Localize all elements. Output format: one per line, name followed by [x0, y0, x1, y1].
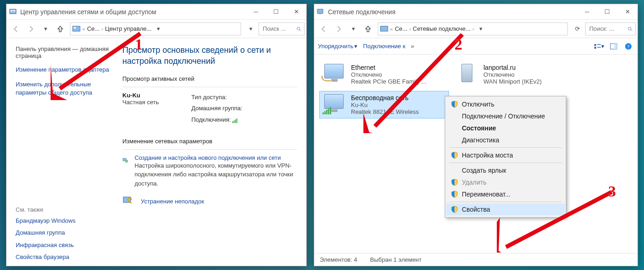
ctx-bridge[interactable]: Настройка моста — [446, 149, 565, 161]
svg-rect-18 — [597, 44, 601, 45]
network-icon — [317, 8, 324, 16]
control-panel-icon — [72, 25, 80, 33]
conn-name: Беспроводная сеть — [351, 94, 419, 101]
status-item-count: Элементов: 4 — [320, 256, 357, 263]
refresh-button[interactable]: ⟳ — [570, 22, 584, 35]
ctx-shortcut[interactable]: Создать ярлык — [446, 164, 565, 176]
ctx-status[interactable]: Состояние — [446, 122, 565, 134]
svg-rect-1 — [11, 10, 12, 11]
up-button[interactable] — [53, 22, 67, 35]
address-bar[interactable]: « Се... › Сетевые подключе... › ▾ — [378, 22, 568, 35]
search-input[interactable] — [588, 25, 625, 33]
control-panel-icon — [380, 25, 388, 33]
connection-item-ethernet[interactable]: Ethernet Отключено Realtek PCIe GBE Fami… — [320, 61, 448, 88]
ctx-disable[interactable]: Отключить — [446, 98, 565, 110]
titlebar[interactable]: Сетевые подключения ─ ☐ ✕ — [314, 4, 638, 20]
svg-rect-14 — [319, 13, 322, 14]
connections-area[interactable]: Ethernet Отключено Realtek PCIe GBE Fami… — [314, 55, 638, 253]
svg-text:?: ? — [627, 44, 630, 49]
titlebar[interactable]: Центр управления сетями и общим доступом… — [6, 4, 306, 20]
conn-name: Ethernet — [351, 64, 426, 71]
see-also-link[interactable]: Свойства браузера — [16, 253, 111, 261]
path-segment[interactable]: Сетевые подключе... — [413, 25, 471, 32]
ctx-rename[interactable]: Переименоват... — [446, 188, 565, 200]
search-input[interactable] — [262, 25, 293, 33]
navbar: ▾ « Се... › Центр управле... ▾ ▾ — [6, 20, 306, 38]
address-bar[interactable]: « Се... › Центр управле... ▾ — [70, 22, 241, 35]
svg-point-16 — [628, 27, 631, 29]
command-bar: Упорядочить ▾ Подключение к » ▾ ? — [314, 38, 638, 55]
search-box[interactable] — [259, 22, 305, 35]
window-title: Центр управления сетями и общим доступом — [20, 8, 246, 16]
status-selection: Выбран 1 элемент — [370, 256, 421, 263]
see-also-link[interactable]: Брандмауэр Windows — [16, 217, 111, 225]
network-center-window: Центр управления сетями и общим доступом… — [6, 4, 307, 266]
troubleshoot-icon — [122, 195, 134, 207]
forward-button[interactable] — [24, 22, 38, 35]
minimize-button[interactable]: ─ — [577, 4, 597, 20]
organize-button[interactable]: Упорядочить ▾ — [318, 43, 357, 50]
shield-icon — [451, 206, 458, 213]
new-connection-icon — [122, 154, 128, 166]
status-bar: Элементов: 4 Выбран 1 элемент — [314, 253, 638, 266]
label-access: Тип доступа: — [191, 94, 227, 101]
path-segment[interactable]: Центр управле... — [105, 25, 151, 32]
network-name: Ku-Ku — [122, 92, 178, 99]
conn-state: Отключено — [483, 71, 542, 78]
ctx-diagnostics[interactable]: Диагностика — [446, 134, 565, 146]
adapter-settings-link[interactable]: Изменение параметров адаптера — [16, 66, 111, 74]
refresh-button[interactable]: ▾ — [244, 22, 258, 35]
svg-rect-4 — [74, 27, 76, 28]
maximize-button[interactable]: ☐ — [266, 4, 286, 20]
view-button[interactable]: ▾ — [593, 41, 604, 52]
up-button[interactable] — [361, 22, 375, 35]
back-button[interactable] — [317, 22, 331, 35]
new-connection-link[interactable]: Создание и настройка нового подключения … — [134, 154, 297, 161]
task-description: Настройка широкополосного, коммутируемог… — [134, 161, 297, 188]
details-pane-button[interactable] — [608, 41, 619, 52]
window-title: Сетевые подключения — [328, 8, 577, 16]
connect-to-button[interactable]: Подключение к — [363, 43, 405, 50]
see-also-link[interactable]: Инфракрасная связь — [16, 241, 111, 249]
shield-icon — [451, 179, 458, 186]
ctx-properties[interactable]: Свойства — [446, 203, 565, 215]
search-icon[interactable] — [627, 26, 632, 32]
ctx-delete[interactable]: Удалить — [446, 176, 565, 188]
see-also-link[interactable]: Домашняя группа — [16, 229, 111, 237]
close-button[interactable]: ✕ — [617, 4, 638, 20]
svg-rect-9 — [236, 118, 237, 123]
forward-button[interactable] — [332, 22, 345, 35]
svg-rect-15 — [380, 26, 388, 31]
svg-rect-8 — [235, 119, 236, 123]
network-kind: Частная сеть — [122, 99, 178, 106]
label-connections: Подключения: — [191, 116, 231, 123]
connection-item-vpn[interactable]: lanportal.ru Отключено WAN Miniport (IKE… — [452, 61, 590, 88]
section-heading: Просмотр активных сетей — [122, 75, 297, 82]
help-button[interactable]: ? — [623, 41, 634, 52]
conn-state: Отключено — [351, 71, 426, 78]
history-button[interactable]: ▾ — [346, 22, 360, 35]
shield-icon — [451, 152, 458, 159]
sharing-settings-link[interactable]: Изменить дополнительные параметры общего… — [16, 80, 111, 97]
search-box[interactable] — [585, 22, 636, 35]
search-icon[interactable] — [296, 26, 301, 32]
close-button[interactable]: ✕ — [286, 4, 306, 20]
see-also-heading: См. также — [16, 206, 111, 213]
maximize-button[interactable]: ☐ — [597, 4, 617, 20]
troubleshoot-link[interactable]: Устранение неполадок — [141, 198, 204, 205]
back-button[interactable] — [9, 22, 23, 35]
svg-rect-7 — [234, 120, 235, 123]
svg-rect-19 — [594, 47, 596, 49]
main-panel: Просмотр основных сведений о сети и наст… — [116, 38, 306, 266]
conn-device: Realtek PCIe GBE Family ... — [351, 78, 426, 85]
connection-item-wifi[interactable]: Беспроводная сеть Ku-Ku Realtek 8821AE W… — [320, 91, 448, 118]
path-segment[interactable]: Се... — [87, 25, 99, 32]
cp-home-link[interactable]: Панель управления — домашняя страница — [16, 45, 111, 59]
label-homegroup: Домашняя группа: — [191, 105, 242, 112]
minimize-button[interactable]: ─ — [246, 4, 266, 20]
path-segment[interactable]: Се... — [395, 25, 407, 32]
history-button[interactable]: ▾ — [39, 22, 52, 35]
ctx-connect[interactable]: Подключение / Отключение — [446, 110, 565, 122]
svg-rect-20 — [597, 47, 601, 48]
svg-rect-2 — [13, 10, 15, 11]
